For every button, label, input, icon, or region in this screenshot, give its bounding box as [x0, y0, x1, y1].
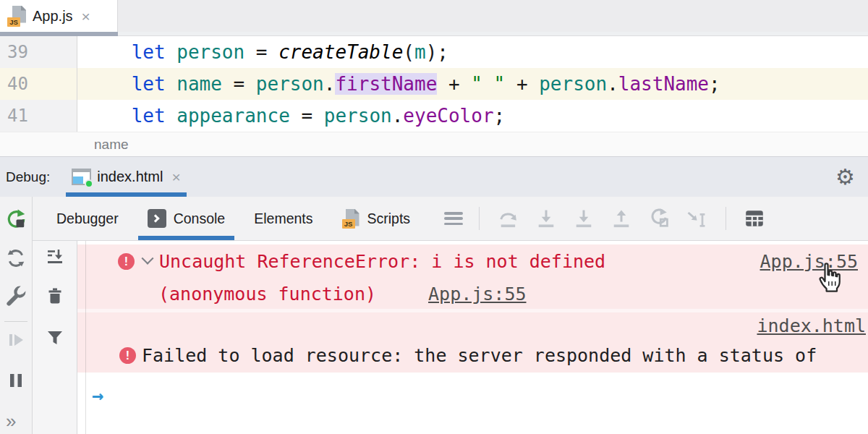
code-token: person: [256, 73, 324, 95]
code-token: createTable: [278, 41, 403, 63]
editor-tab-appjs[interactable]: JS App.js ×: [0, 0, 118, 32]
scroll-to-end-icon[interactable]: [45, 247, 65, 267]
code-token: =: [244, 41, 278, 63]
code-line: 39 let person = createTable(m);: [0, 36, 868, 68]
error-icon: !: [118, 253, 135, 270]
console-prompt[interactable]: →: [77, 384, 868, 406]
ide-window: JS App.js × 39 let person = createTable(…: [0, 0, 868, 434]
breadcrumb-bar: name: [0, 132, 868, 156]
code-editor[interactable]: 39 let person = createTable(m); 40 let n…: [0, 36, 868, 132]
code-token: person: [539, 73, 607, 95]
breadcrumb-item[interactable]: name: [94, 137, 129, 153]
code-text[interactable]: let name = person.firstName + " " + pers…: [77, 68, 868, 100]
step-into-icon[interactable]: [535, 207, 558, 230]
code-token: [86, 41, 132, 63]
console-gutter-line: [85, 241, 86, 434]
line-number-gutter[interactable]: 40: [0, 68, 77, 100]
debug-toolwindow-header: Debug: index.html × ⚙: [0, 156, 868, 197]
toolbar-separator: [726, 207, 726, 230]
console-error-block: index.html ! Failed to load resource: th…: [77, 312, 868, 373]
js-file-icon: JS: [7, 6, 27, 27]
code-token: +: [437, 73, 471, 95]
code-token: person: [176, 41, 244, 63]
line-number-gutter[interactable]: 41: [0, 100, 77, 132]
stack-frame: (anonymous function): [158, 284, 376, 305]
code-token: =: [222, 73, 256, 95]
active-tab-underline: [138, 236, 235, 240]
editor-tab-bar: JS App.js ×: [0, 0, 868, 32]
code-text[interactable]: let person = createTable(m);: [77, 36, 868, 68]
run-to-cursor-icon[interactable]: [647, 207, 671, 230]
code-token: [166, 73, 177, 95]
tab-label: Debugger: [56, 210, 119, 227]
toolbar-separator: [479, 207, 480, 230]
code-token: [166, 41, 177, 63]
code-text[interactable]: let appearance = person.eyeColor;: [77, 100, 868, 132]
tab-console[interactable]: Console: [138, 197, 235, 240]
error-icon: !: [119, 347, 136, 364]
more-actions-icon[interactable]: »: [6, 410, 16, 433]
error-message: Failed to load resource: the server resp…: [142, 345, 817, 366]
code-token: let: [132, 41, 166, 63]
code-token: =: [290, 105, 324, 127]
console-output[interactable]: ! Uncaught ReferenceError: i is not defi…: [77, 241, 868, 434]
chevron-down-icon[interactable]: [142, 252, 154, 264]
wrench-icon[interactable]: [5, 285, 27, 307]
code-token: [86, 73, 132, 95]
tab-label: Scripts: [367, 210, 411, 227]
step-toolbar: [438, 197, 773, 240]
code-token: firstName: [335, 73, 437, 95]
source-link[interactable]: index.html: [757, 315, 866, 336]
code-token: let: [132, 105, 166, 127]
code-token: " ": [471, 73, 505, 95]
console-error-block: ! Uncaught ReferenceError: i is not defi…: [77, 244, 868, 309]
gear-icon[interactable]: ⚙: [835, 166, 855, 188]
close-icon[interactable]: ×: [82, 9, 90, 24]
pause-icon[interactable]: [6, 370, 26, 391]
code-token: lastName: [618, 73, 709, 95]
tab-label: Elements: [254, 210, 312, 227]
rerun-icon[interactable]: [5, 208, 27, 230]
debugger-tabs-row: Debugger Console Elements JS: [33, 197, 868, 241]
filter-icon[interactable]: [45, 328, 65, 348]
code-token: appearance: [176, 105, 290, 127]
debug-browser-icon: [72, 169, 91, 185]
code-token: let: [132, 73, 166, 95]
tab-debugger[interactable]: Debugger: [47, 197, 128, 240]
prompt-arrow-icon: →: [92, 386, 103, 405]
debug-left-toolbar: »: [0, 197, 33, 434]
hamburger-menu-icon[interactable]: [444, 212, 463, 225]
code-token: .: [324, 73, 336, 95]
debug-session-tab[interactable]: index.html ×: [66, 157, 186, 197]
code-token: m: [414, 41, 426, 63]
code-token: .: [607, 73, 618, 95]
trash-icon[interactable]: [45, 286, 65, 306]
code-token: ;: [709, 73, 720, 95]
code-token: person: [324, 105, 392, 127]
force-step-into-icon[interactable]: [572, 207, 595, 230]
refresh-icon[interactable]: [5, 247, 27, 269]
code-token: [86, 105, 132, 127]
code-token: .: [392, 105, 404, 127]
mouse-cursor-hand: [813, 260, 848, 294]
tab-scripts[interactable]: JS Scripts: [333, 197, 420, 240]
code-token: name: [176, 73, 222, 95]
code-line: 40 let name = person.firstName + " " + p…: [0, 68, 868, 100]
step-out-icon[interactable]: [610, 207, 633, 230]
resume-icon[interactable]: [6, 330, 26, 350]
code-line: 41 let appearance = person.eyeColor;: [0, 100, 868, 132]
debug-tab-title: index.html: [97, 169, 163, 185]
step-into-caret-icon[interactable]: [685, 207, 708, 230]
code-token: eyeColor: [403, 105, 493, 127]
console-icon: [148, 209, 166, 228]
code-token: [166, 105, 177, 127]
close-icon[interactable]: ×: [171, 169, 180, 184]
console-toolbar: [33, 241, 77, 434]
source-link[interactable]: App.js:55: [428, 284, 526, 305]
step-over-icon[interactable]: [497, 207, 520, 230]
error-message: Uncaught ReferenceError: i is not define…: [159, 251, 605, 272]
tab-label: Console: [174, 210, 226, 227]
layout-grid-icon[interactable]: [744, 208, 765, 229]
line-number-gutter[interactable]: 39: [0, 36, 77, 68]
tab-elements[interactable]: Elements: [244, 197, 322, 240]
